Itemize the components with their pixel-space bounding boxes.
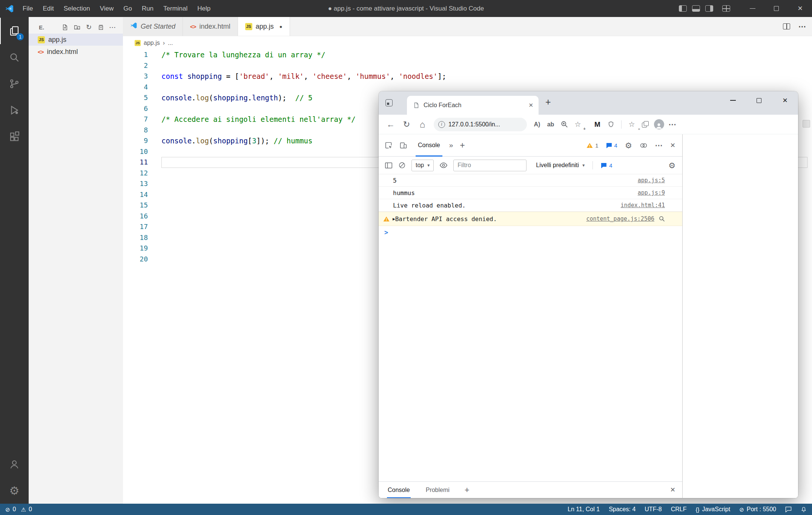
line-number[interactable]: 1 bbox=[123, 49, 161, 60]
more-panels-icon[interactable]: » bbox=[449, 141, 453, 149]
add-favorite-icon[interactable]: ☆+ bbox=[572, 118, 583, 131]
editor-more-actions-icon[interactable]: ⋯ bbox=[798, 23, 806, 30]
tab-app.js[interactable]: JSapp.js● bbox=[238, 17, 290, 36]
line-number[interactable]: 5 bbox=[123, 92, 161, 103]
browser-tab[interactable]: Ciclo ForEach ✕ bbox=[407, 96, 539, 115]
line-number[interactable]: 4 bbox=[123, 82, 161, 93]
tab-get-started[interactable]: Get Started bbox=[123, 17, 183, 36]
more-actions-icon[interactable]: ··· bbox=[109, 24, 116, 31]
menu-file[interactable]: File bbox=[18, 0, 38, 17]
translate-icon[interactable]: ab bbox=[545, 118, 556, 131]
line-number[interactable]: 19 bbox=[123, 243, 161, 254]
status-crlf[interactable]: CRLF bbox=[671, 506, 687, 513]
reload-icon[interactable]: ↻ bbox=[400, 118, 413, 131]
line-number[interactable]: 3 bbox=[123, 71, 161, 82]
new-tab-icon[interactable]: + bbox=[545, 97, 551, 108]
console-message-count-badge[interactable]: 4 bbox=[601, 162, 612, 169]
browser-maximize-button[interactable] bbox=[746, 91, 772, 109]
line-number[interactable]: 11 bbox=[123, 157, 161, 168]
console-prompt[interactable]: > bbox=[379, 226, 682, 239]
toggle-sidebar-icon[interactable] bbox=[679, 5, 687, 12]
explorer-section-title[interactable]: E. bbox=[39, 24, 44, 31]
drawer-tab-console[interactable]: Console bbox=[387, 482, 411, 498]
menu-run[interactable]: Run bbox=[137, 0, 158, 17]
source-link[interactable]: content_page.js:2506 bbox=[579, 215, 654, 222]
zoom-icon[interactable] bbox=[559, 118, 570, 131]
explorer-activity-button[interactable]: 1 bbox=[0, 18, 29, 44]
status-ln-11-col-1[interactable]: Ln 11, Col 1 bbox=[568, 506, 600, 513]
browser-close-button[interactable]: ✕ bbox=[772, 91, 798, 109]
split-editor-icon[interactable] bbox=[783, 23, 790, 29]
live-expression-eye-icon[interactable] bbox=[439, 162, 448, 169]
file-index.html[interactable]: <>index.html bbox=[29, 46, 123, 58]
line-number[interactable]: 7 bbox=[123, 114, 161, 125]
feedback-icon[interactable] bbox=[785, 506, 792, 512]
extension-shield-icon[interactable] bbox=[605, 118, 617, 131]
minimize-button[interactable] bbox=[741, 0, 764, 17]
tab-close-icon[interactable]: ✕ bbox=[528, 102, 533, 109]
devtools-settings-icon[interactable]: ⚙ bbox=[625, 141, 632, 149]
code-line[interactable] bbox=[161, 82, 807, 93]
clear-console-icon[interactable] bbox=[398, 161, 406, 169]
account-activity-button[interactable] bbox=[0, 451, 29, 477]
line-number[interactable]: 15 bbox=[123, 200, 161, 211]
settings-activity-button[interactable]: ⚙ bbox=[0, 477, 29, 504]
profile-avatar[interactable] bbox=[653, 118, 665, 131]
warning-count-badge[interactable]: 1 bbox=[586, 142, 598, 149]
line-number[interactable]: 14 bbox=[123, 189, 161, 200]
address-bar[interactable]: i 127.0.0.1:5500/in... bbox=[434, 118, 527, 131]
line-number[interactable]: 12 bbox=[123, 168, 161, 179]
line-number[interactable]: 17 bbox=[123, 221, 161, 232]
status-port-5500[interactable]: ⊘Port : 5500 bbox=[739, 506, 776, 513]
line-number[interactable]: 18 bbox=[123, 232, 161, 243]
customize-layout-icon[interactable] bbox=[722, 5, 730, 12]
console-sidebar-icon[interactable] bbox=[385, 162, 393, 169]
tab-activities-icon[interactable] bbox=[385, 99, 393, 106]
source-link[interactable]: app.js:9 bbox=[630, 189, 665, 196]
extensions-activity-button[interactable] bbox=[0, 123, 29, 150]
device-toolbar-icon[interactable] bbox=[399, 141, 407, 149]
drawer-add-icon[interactable]: + bbox=[465, 485, 470, 495]
log-levels-selector[interactable]: Livelli predefiniti ▾ bbox=[536, 162, 585, 169]
menu-help[interactable]: Help bbox=[192, 0, 215, 17]
console-filter-input[interactable] bbox=[453, 160, 526, 171]
favorites-bar-icon[interactable]: ☆≡ bbox=[626, 118, 637, 131]
status-utf-8[interactable]: UTF-8 bbox=[645, 506, 662, 513]
drawer-tab-problems[interactable]: Problemi bbox=[425, 482, 450, 498]
page-viewport[interactable] bbox=[683, 134, 798, 498]
toggle-secondary-sidebar-icon[interactable] bbox=[705, 5, 713, 12]
line-number[interactable]: 2 bbox=[123, 60, 161, 71]
devtools-more-icon[interactable]: ⋯ bbox=[655, 141, 663, 150]
menu-view[interactable]: View bbox=[95, 0, 119, 17]
new-file-icon[interactable] bbox=[62, 24, 68, 31]
toggle-panel-icon[interactable] bbox=[692, 5, 700, 12]
code-line[interactable] bbox=[161, 60, 807, 71]
connections-icon[interactable] bbox=[640, 142, 648, 149]
search-source-icon[interactable] bbox=[659, 216, 665, 222]
site-info-icon[interactable]: i bbox=[438, 121, 445, 128]
line-number[interactable]: 9 bbox=[123, 135, 161, 146]
menu-selection[interactable]: Selection bbox=[59, 0, 95, 17]
refresh-icon[interactable]: ↻ bbox=[86, 24, 92, 31]
modified-dot-icon[interactable]: ● bbox=[279, 24, 282, 29]
inspect-element-icon[interactable] bbox=[385, 141, 393, 149]
breadcrumb-symbol[interactable]: ... bbox=[168, 40, 173, 46]
m-extension-icon[interactable]: M bbox=[592, 118, 603, 131]
menu-terminal[interactable]: Terminal bbox=[158, 0, 192, 17]
bell-icon[interactable] bbox=[801, 506, 807, 513]
run-debug-activity-button[interactable] bbox=[0, 97, 29, 123]
devtools-close-icon[interactable]: ✕ bbox=[670, 141, 675, 149]
status-spaces-4[interactable]: Spaces: 4 bbox=[609, 506, 635, 513]
search-activity-button[interactable] bbox=[0, 44, 29, 71]
back-icon[interactable]: ← bbox=[384, 118, 398, 131]
drawer-close-icon[interactable]: ✕ bbox=[670, 486, 675, 494]
line-number[interactable]: 13 bbox=[123, 178, 161, 189]
new-folder-icon[interactable] bbox=[74, 24, 80, 31]
tab-index.html[interactable]: <>index.html bbox=[183, 17, 238, 36]
browser-minimize-button[interactable] bbox=[720, 91, 746, 109]
line-number[interactable]: 8 bbox=[123, 125, 161, 136]
message-count-badge[interactable]: 4 bbox=[606, 142, 617, 149]
problems-status[interactable]: ⊘ 0 ⚠ 0 bbox=[5, 506, 32, 513]
code-line[interactable]: const shopping = ['bread', 'milk', 'chee… bbox=[161, 71, 807, 82]
line-number[interactable]: 16 bbox=[123, 211, 161, 222]
